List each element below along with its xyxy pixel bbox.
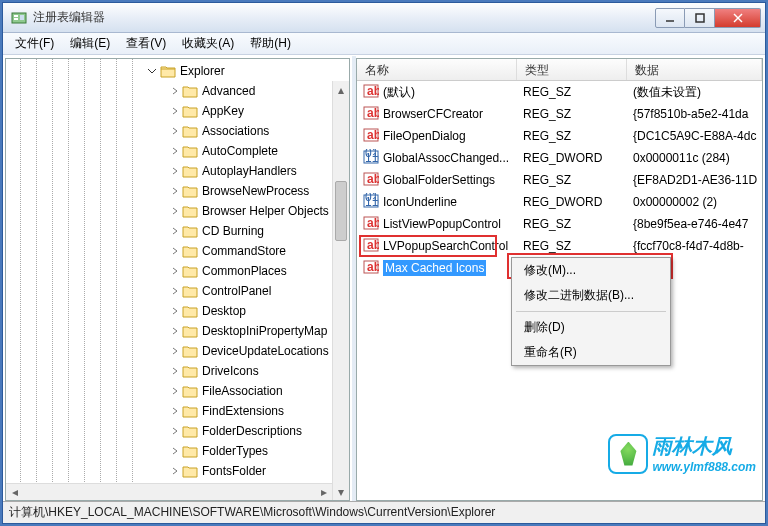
tree-node[interactable]: CD Burning [170, 221, 349, 241]
expand-chevron-icon[interactable] [170, 186, 180, 196]
tree-node[interactable]: Browser Helper Objects [170, 201, 349, 221]
svg-text:ab: ab [367, 128, 379, 142]
tree-node[interactable]: CommandStore [170, 241, 349, 261]
expand-chevron-icon[interactable] [170, 86, 180, 96]
column-header-data[interactable]: 数据 [627, 59, 762, 80]
tree-node[interactable]: AutoplayHandlers [170, 161, 349, 181]
tree-pane[interactable]: Explorer AdvancedAppKeyAssociationsAutoC… [5, 58, 350, 501]
expand-chevron-icon[interactable] [170, 286, 180, 296]
tree-item-label: BrowseNewProcess [202, 184, 309, 198]
tree-node[interactable]: DeviceUpdateLocations [170, 341, 349, 361]
svg-rect-2 [14, 18, 18, 20]
tree-node[interactable]: FileAssociation [170, 381, 349, 401]
tree-node[interactable]: DesktopIniPropertyMap [170, 321, 349, 341]
context-modify-binary[interactable]: 修改二进制数据(B)... [512, 283, 670, 308]
list-row[interactable]: abFileOpenDialogREG_SZ{DC1C5A9C-E88A-4dc [357, 125, 762, 147]
tree-vertical-scrollbar[interactable]: ▴ ▾ [332, 81, 349, 500]
statusbar-path: 计算机\HKEY_LOCAL_MACHINE\SOFTWARE\Microsof… [9, 504, 495, 521]
value-data: {fccf70c8-f4d7-4d8b- [627, 239, 762, 253]
scroll-down-icon[interactable]: ▾ [333, 483, 349, 500]
menu-file[interactable]: 文件(F) [7, 33, 62, 54]
tree-horizontal-scrollbar[interactable]: ◂ ▸ [6, 483, 332, 500]
tree-item-label: FontsFolder [202, 464, 266, 478]
list-pane[interactable]: 名称 类型 数据 ab(默认)REG_SZ(数值未设置)abBrowserCFC… [356, 58, 763, 501]
expand-chevron-icon[interactable] [170, 206, 180, 216]
tree-node[interactable]: AutoComplete [170, 141, 349, 161]
svg-text:ab: ab [367, 238, 379, 252]
expand-chevron-icon[interactable] [170, 226, 180, 236]
list-row[interactable]: abListViewPopupControlREG_SZ{8be9f5ea-e7… [357, 213, 762, 235]
scroll-right-icon[interactable]: ▸ [315, 484, 332, 500]
collapse-arrow-icon[interactable] [146, 65, 158, 77]
expand-chevron-icon[interactable] [170, 326, 180, 336]
context-delete[interactable]: 删除(D) [512, 315, 670, 340]
tree-item-label: AutoplayHandlers [202, 164, 297, 178]
expand-chevron-icon[interactable] [170, 126, 180, 136]
context-modify[interactable]: 修改(M)... [512, 258, 670, 283]
expand-chevron-icon[interactable] [170, 366, 180, 376]
watermark-logo-icon [608, 434, 648, 474]
expand-chevron-icon[interactable] [170, 446, 180, 456]
tree-item-label: CommonPlaces [202, 264, 287, 278]
close-button[interactable] [715, 8, 761, 28]
list-row[interactable]: ab(默认)REG_SZ(数值未设置) [357, 81, 762, 103]
tree-item-label: Advanced [202, 84, 255, 98]
menu-favorites[interactable]: 收藏夹(A) [174, 33, 242, 54]
expand-chevron-icon[interactable] [170, 166, 180, 176]
expand-chevron-icon[interactable] [170, 386, 180, 396]
reg-string-icon: ab [363, 105, 379, 124]
tree-node[interactable]: FindExtensions [170, 401, 349, 421]
expand-chevron-icon[interactable] [170, 246, 180, 256]
value-name: GlobalAssocChanged... [383, 151, 509, 165]
tree-node[interactable]: Associations [170, 121, 349, 141]
value-name: GlobalFolderSettings [383, 173, 495, 187]
scroll-up-icon[interactable]: ▴ [333, 81, 349, 98]
context-rename[interactable]: 重命名(R) [512, 340, 670, 365]
minimize-button[interactable] [655, 8, 685, 28]
tree-node-explorer[interactable]: Explorer [146, 61, 349, 81]
list-row[interactable]: 011110GlobalAssocChanged...REG_DWORD0x00… [357, 147, 762, 169]
expand-chevron-icon[interactable] [170, 146, 180, 156]
tree-node[interactable]: ControlPanel [170, 281, 349, 301]
column-header-type[interactable]: 类型 [517, 59, 627, 80]
column-header-name[interactable]: 名称 [357, 59, 517, 80]
menu-help[interactable]: 帮助(H) [242, 33, 299, 54]
tree-node[interactable]: Advanced [170, 81, 349, 101]
list-header: 名称 类型 数据 [357, 59, 762, 81]
tree-node[interactable]: BrowseNewProcess [170, 181, 349, 201]
menubar: 文件(F) 编辑(E) 查看(V) 收藏夹(A) 帮助(H) [3, 33, 765, 55]
value-type: REG_DWORD [517, 151, 627, 165]
tree-node[interactable]: FolderDescriptions [170, 421, 349, 441]
list-row[interactable]: abGlobalFolderSettingsREG_SZ{EF8AD2D1-AE… [357, 169, 762, 191]
value-type: REG_SZ [517, 129, 627, 143]
tree-node[interactable]: DriveIcons [170, 361, 349, 381]
scroll-thumb[interactable] [335, 181, 347, 241]
list-row[interactable]: abLVPopupSearchControlREG_SZ{fccf70c8-f4… [357, 235, 762, 257]
list-row[interactable]: abBrowserCFCreatorREG_SZ{57f8510b-a5e2-4… [357, 103, 762, 125]
tree-item-label: CD Burning [202, 224, 264, 238]
tree-item-label: Associations [202, 124, 269, 138]
expand-chevron-icon[interactable] [170, 346, 180, 356]
tree-node[interactable]: FontsFolder [170, 461, 349, 481]
svg-text:ab: ab [367, 260, 379, 274]
scroll-left-icon[interactable]: ◂ [6, 484, 23, 500]
expand-chevron-icon[interactable] [170, 406, 180, 416]
tree-item-label: Browser Helper Objects [202, 204, 329, 218]
reg-string-icon: ab [363, 171, 379, 190]
tree-item-label: FolderDescriptions [202, 424, 302, 438]
expand-chevron-icon[interactable] [170, 106, 180, 116]
expand-chevron-icon[interactable] [170, 426, 180, 436]
tree-node[interactable]: FolderTypes [170, 441, 349, 461]
maximize-button[interactable] [685, 8, 715, 28]
menu-edit[interactable]: 编辑(E) [62, 33, 118, 54]
menu-view[interactable]: 查看(V) [118, 33, 174, 54]
list-row[interactable]: 011110IconUnderlineREG_DWORD0x00000002 (… [357, 191, 762, 213]
value-name: FileOpenDialog [383, 129, 466, 143]
tree-node[interactable]: Desktop [170, 301, 349, 321]
tree-node[interactable]: AppKey [170, 101, 349, 121]
value-name: ListViewPopupControl [383, 217, 501, 231]
expand-chevron-icon[interactable] [170, 466, 180, 476]
tree-node[interactable]: CommonPlaces [170, 261, 349, 281]
expand-chevron-icon[interactable] [170, 306, 180, 316]
expand-chevron-icon[interactable] [170, 266, 180, 276]
